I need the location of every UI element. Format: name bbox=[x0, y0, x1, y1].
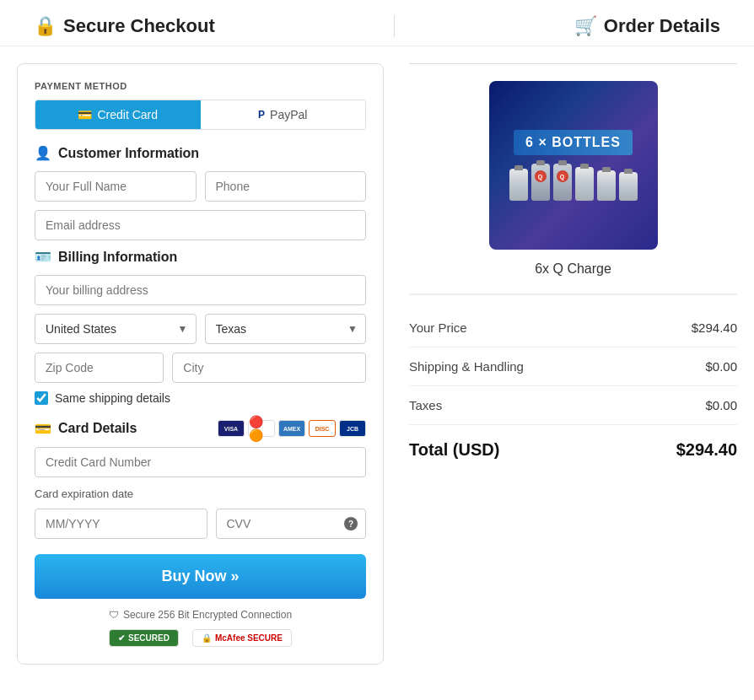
credit-card-tab[interactable]: 💳 Credit Card bbox=[35, 100, 201, 129]
address-row bbox=[35, 275, 366, 305]
country-select-wrapper: United States Canada United Kingdom ▼ bbox=[35, 314, 197, 344]
bottle-1 bbox=[509, 169, 528, 201]
cart-icon: 🛒 bbox=[574, 15, 597, 37]
zip-city-row bbox=[35, 353, 366, 383]
cvv-help-icon[interactable]: ? bbox=[344, 517, 358, 530]
customer-section-title: 👤 Customer Information bbox=[35, 145, 366, 161]
right-panel: 6 × BOTTLES Q Q bbox=[409, 63, 737, 665]
mastercard-icon: 🔴🟠 bbox=[248, 420, 275, 437]
state-select[interactable]: Texas California New York Florida bbox=[205, 314, 367, 344]
billing-icon: 🪪 bbox=[35, 249, 51, 265]
order-line-total: Total (USD) $294.40 bbox=[409, 425, 737, 471]
card-icons-group: VISA 🔴🟠 AMEX DISC JCB bbox=[218, 420, 366, 437]
lock-icon: 🔒 bbox=[34, 15, 57, 37]
zip-input[interactable] bbox=[35, 353, 164, 383]
order-details-title: 🛒 Order Details bbox=[574, 15, 720, 37]
order-line-shipping: Shipping & Handling $0.00 bbox=[409, 347, 737, 386]
card-section-icon: 💳 bbox=[35, 421, 51, 437]
card-details-header: 💳 Card Details VISA 🔴🟠 AMEX DISC JCB bbox=[35, 420, 366, 437]
product-name: 6x Q Charge bbox=[409, 261, 737, 277]
city-input[interactable] bbox=[172, 353, 366, 383]
same-shipping-checkbox[interactable] bbox=[35, 391, 48, 405]
country-state-row: United States Canada United Kingdom ▼ Te… bbox=[35, 314, 366, 344]
product-image-container: 6 × BOTTLES Q Q bbox=[409, 81, 737, 250]
visa-icon: VISA bbox=[218, 420, 245, 437]
mcafee-badge: 🔒 McAfee SECURE bbox=[192, 629, 292, 647]
bottle-6 bbox=[619, 172, 638, 201]
bottle-4 bbox=[575, 167, 594, 201]
trust-badges: ✔ SECURED 🔒 McAfee SECURE bbox=[35, 629, 366, 647]
mcafee-icon: 🔒 bbox=[202, 633, 212, 643]
price-divider bbox=[409, 293, 737, 295]
cvv-wrapper: ? bbox=[216, 509, 367, 539]
discover-icon: DISC bbox=[309, 420, 336, 437]
person-icon: 👤 bbox=[35, 145, 51, 161]
product-badge: 6 × BOTTLES bbox=[514, 130, 633, 155]
secured-check-icon: ✔ bbox=[118, 633, 125, 643]
payment-tabs: 💳 Credit Card P PayPal bbox=[35, 100, 366, 130]
email-input[interactable] bbox=[35, 210, 366, 240]
billing-section-title: 🪪 Billing Information bbox=[35, 249, 366, 265]
checkout-box: PAYMENT METHOD 💳 Credit Card P PayPal 👤 … bbox=[17, 63, 384, 665]
expiry-input[interactable] bbox=[35, 509, 207, 539]
billing-address-input[interactable] bbox=[35, 275, 366, 305]
order-line-price: Your Price $294.40 bbox=[409, 309, 737, 347]
full-name-input[interactable] bbox=[35, 171, 197, 202]
amex-icon: AMEX bbox=[278, 420, 305, 437]
same-shipping-label: Same shipping details bbox=[55, 391, 170, 405]
bottle-2: Q bbox=[531, 164, 550, 201]
state-select-wrapper: Texas California New York Florida ▼ bbox=[205, 314, 367, 344]
expiry-cvv-row: ? bbox=[35, 509, 366, 539]
bottle-3: Q bbox=[553, 164, 572, 201]
email-row bbox=[35, 210, 366, 240]
buy-now-button[interactable]: Buy Now » bbox=[35, 554, 366, 599]
shield-icon: 🛡 bbox=[109, 609, 119, 621]
checkout-title: 🔒 Secure Checkout bbox=[34, 15, 215, 37]
country-select[interactable]: United States Canada United Kingdom bbox=[35, 314, 197, 344]
card-number-input[interactable] bbox=[35, 447, 366, 477]
secured-badge: ✔ SECURED bbox=[109, 629, 179, 647]
product-bottles: Q Q bbox=[509, 164, 638, 201]
order-divider bbox=[409, 63, 737, 64]
name-phone-row bbox=[35, 171, 366, 202]
payment-method-label: PAYMENT METHOD bbox=[35, 81, 366, 91]
paypal-tab[interactable]: P PayPal bbox=[201, 100, 366, 129]
product-image: 6 × BOTTLES Q Q bbox=[489, 81, 658, 250]
paypal-icon: P bbox=[258, 109, 265, 121]
expiry-cvv-section: Card expiration date ? bbox=[35, 487, 366, 539]
card-section-title: 💳 Card Details bbox=[35, 421, 137, 437]
order-line-taxes: Taxes $0.00 bbox=[409, 386, 737, 425]
credit-card-icon: 💳 bbox=[78, 108, 92, 121]
jcb-icon: JCB bbox=[339, 420, 366, 437]
same-shipping-row: Same shipping details bbox=[35, 391, 366, 405]
left-panel: PAYMENT METHOD 💳 Credit Card P PayPal 👤 … bbox=[17, 63, 384, 665]
phone-input[interactable] bbox=[205, 171, 367, 202]
expiry-label: Card expiration date bbox=[35, 487, 366, 500]
page-header: 🔒 Secure Checkout 🛒 Order Details bbox=[0, 0, 754, 46]
header-divider bbox=[394, 15, 395, 37]
bottle-5 bbox=[597, 170, 616, 201]
security-text: 🛡 Secure 256 Bit Encrypted Connection bbox=[35, 609, 366, 621]
main-content: PAYMENT METHOD 💳 Credit Card P PayPal 👤 … bbox=[0, 46, 754, 681]
